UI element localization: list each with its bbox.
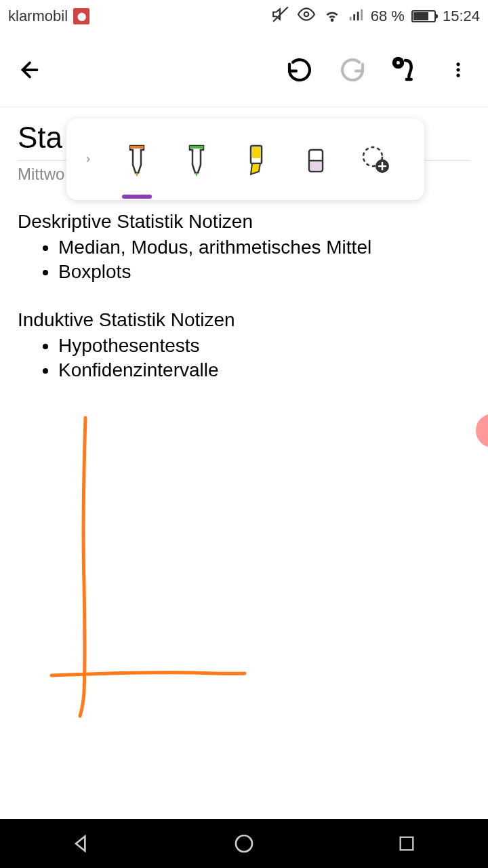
list-item: Median, Modus, arithmetisches Mittel <box>58 235 470 260</box>
nav-recents-button[interactable] <box>392 829 422 859</box>
section-heading: Deskriptive Statistik Notizen <box>18 211 470 233</box>
list-item: Boxplots <box>58 260 470 284</box>
svg-point-2 <box>331 20 333 21</box>
status-bar: klarmobil ⬤ 68 % 15:24 <box>0 0 488 33</box>
overflow-menu-button[interactable] <box>442 54 474 86</box>
svg-rect-11 <box>130 146 144 149</box>
list-item: Konfidenzintervalle <box>58 358 470 382</box>
section-heading: Induktive Statistik Notizen <box>18 309 470 331</box>
signal-icon <box>348 7 364 26</box>
wifi-icon <box>323 5 341 27</box>
svg-rect-14 <box>252 147 260 158</box>
pen-green[interactable] <box>178 132 216 186</box>
clock: 15:24 <box>443 7 480 25</box>
svg-point-8 <box>456 62 460 66</box>
draw-mode-button[interactable] <box>389 54 422 86</box>
lasso-add[interactable] <box>357 132 394 186</box>
section-0[interactable]: Deskriptive Statistik Notizen Median, Mo… <box>18 211 470 285</box>
app-toolbar <box>0 33 488 107</box>
system-nav-bar <box>0 819 488 868</box>
svg-rect-5 <box>357 12 359 20</box>
svg-rect-6 <box>361 9 363 21</box>
list-item: Hypothesentests <box>58 334 470 358</box>
recording-app-icon: ⬤ <box>73 8 89 24</box>
undo-button[interactable] <box>283 54 316 86</box>
svg-rect-12 <box>190 146 203 149</box>
svg-point-20 <box>236 835 252 852</box>
mute-icon <box>272 5 289 27</box>
battery-percent: 68 % <box>371 7 405 25</box>
carrier-label: klarmobil <box>8 7 68 25</box>
section-1[interactable]: Induktive Statistik Notizen Hypothesente… <box>18 309 470 383</box>
highlighter-yellow[interactable] <box>237 132 275 186</box>
nav-back-button[interactable] <box>66 829 96 859</box>
svg-rect-16 <box>310 162 321 170</box>
svg-rect-21 <box>401 837 413 850</box>
svg-point-1 <box>304 12 309 17</box>
svg-point-10 <box>456 73 460 77</box>
eraser[interactable] <box>297 132 335 186</box>
pen-toolbar <box>66 119 424 200</box>
back-button[interactable] <box>14 54 46 86</box>
nav-home-button[interactable] <box>229 829 259 859</box>
pen-toolbar-expand[interactable] <box>80 153 96 166</box>
battery-icon <box>411 10 436 22</box>
redo-button[interactable] <box>336 54 369 86</box>
note-content: Sta Mittwo Deskriptive Statistik Notizen… <box>0 107 488 760</box>
svg-rect-3 <box>350 17 352 20</box>
drawing-canvas[interactable] <box>18 408 470 747</box>
svg-rect-4 <box>353 14 355 20</box>
eye-icon <box>296 5 317 27</box>
svg-point-9 <box>456 68 460 71</box>
pen-orange[interactable] <box>118 132 156 186</box>
